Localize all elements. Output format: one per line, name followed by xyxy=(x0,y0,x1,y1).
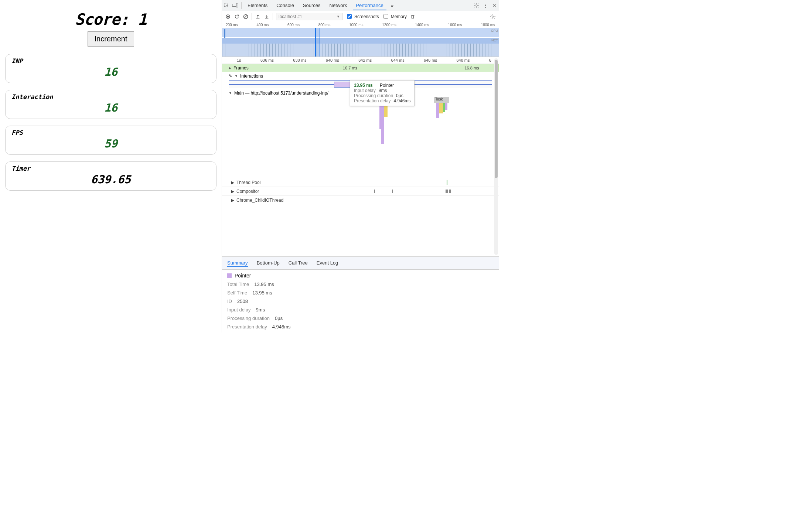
svg-line-21 xyxy=(491,14,492,15)
kebab-icon[interactable]: ⋮ xyxy=(482,3,488,8)
tab-sources[interactable]: Sources xyxy=(300,0,324,10)
ruler-tick: 1000 ms xyxy=(349,23,363,27)
collapse-icon[interactable]: ▼ xyxy=(235,74,238,78)
expand-icon[interactable]: ▶ xyxy=(231,189,234,194)
ruler-tick: 1600 ms xyxy=(448,23,462,27)
svg-rect-2 xyxy=(236,3,238,7)
summary-key: Presentation delay xyxy=(227,324,267,330)
memory-toggle[interactable]: Memory xyxy=(382,13,407,20)
metric-card-fps: FPS 59 xyxy=(5,126,216,155)
tab-bottomup[interactable]: Bottom-Up xyxy=(257,259,280,267)
frame-segment[interactable]: 16.7 ms xyxy=(255,64,445,72)
net-label: NET xyxy=(491,38,498,42)
tab-elements[interactable]: Elements xyxy=(245,0,270,10)
flame-event[interactable] xyxy=(436,103,439,118)
track-threadpool[interactable]: ▶ Thread Pool xyxy=(222,178,499,187)
inspect-icon[interactable] xyxy=(224,3,229,8)
record-icon[interactable] xyxy=(225,14,231,20)
flamechart[interactable]: 1s 636 ms 638 ms 640 ms 642 ms 644 ms 64… xyxy=(222,57,499,257)
metric-card-inp: INP 16 xyxy=(5,54,216,83)
tooltip-val: 9ms xyxy=(379,88,387,93)
perf-toolbar: localhost #1 ▼ Screenshots Memory xyxy=(222,11,499,22)
memory-label: Memory xyxy=(391,14,407,19)
frame-segment[interactable]: 16.8 ms xyxy=(445,64,499,72)
screenshots-checkbox[interactable] xyxy=(347,14,352,19)
ruler-tick: 400 ms xyxy=(257,23,269,27)
cpu-label: CPU xyxy=(491,29,498,33)
summary-key: Self Time xyxy=(227,290,247,296)
tooltip-val: 4.946ms xyxy=(393,98,410,103)
capture-settings-icon[interactable] xyxy=(490,14,496,20)
tab-network[interactable]: Network xyxy=(327,0,350,10)
metric-value: 639.65 xyxy=(11,173,210,186)
track-childio[interactable]: ▶ Chrome_ChildIOThread xyxy=(222,195,499,204)
overview-selection[interactable] xyxy=(315,28,320,57)
ruler-tick: 600 ms xyxy=(287,23,300,27)
summary-val: 2508 xyxy=(237,299,248,304)
summary-val: 4.946ms xyxy=(272,324,291,330)
expand-icon[interactable]: ▶ xyxy=(229,66,231,70)
ruler-tick: 1200 ms xyxy=(382,23,396,27)
flame-event[interactable] xyxy=(439,103,443,113)
gear-icon[interactable] xyxy=(474,3,480,8)
frame-duration: 16.7 ms xyxy=(343,66,357,70)
track-label: Chrome_ChildIOThread xyxy=(236,198,283,203)
recording-select-label: localhost #1 xyxy=(279,14,302,19)
upload-icon[interactable] xyxy=(255,14,261,20)
expand-icon[interactable]: ▶ xyxy=(231,198,234,203)
clear-icon[interactable] xyxy=(243,14,249,20)
svg-line-24 xyxy=(491,18,492,18)
expand-icon[interactable]: ▶ xyxy=(231,180,234,185)
metric-title: Timer xyxy=(11,165,210,172)
tooltip-time: 13.95 ms xyxy=(354,83,373,88)
increment-button[interactable]: Increment xyxy=(88,31,134,47)
metric-title: FPS xyxy=(11,129,210,136)
device-toolbar-icon[interactable] xyxy=(232,3,238,8)
recording-select[interactable]: localhost #1 ▼ xyxy=(276,13,342,20)
memory-checkbox[interactable] xyxy=(383,14,388,19)
collapse-icon[interactable]: ▼ xyxy=(229,91,232,95)
reload-record-icon[interactable] xyxy=(234,14,240,20)
perf-overview[interactable]: 200 ms 400 ms 600 ms 800 ms 1000 ms 1200… xyxy=(222,22,499,57)
screenshots-toggle[interactable]: Screenshots xyxy=(345,13,379,20)
tab-calltree[interactable]: Call Tree xyxy=(289,259,308,267)
svg-point-13 xyxy=(227,16,229,17)
metric-value: 16 xyxy=(11,101,210,114)
overflow-icon[interactable]: » xyxy=(389,3,395,8)
close-icon[interactable]: ✕ xyxy=(491,3,497,8)
task-block[interactable]: Task xyxy=(434,97,449,103)
track-label: Main — http://localhost:5173/understandi… xyxy=(234,91,328,96)
tab-summary[interactable]: Summary xyxy=(227,259,248,267)
ruler-tick: 200 ms xyxy=(226,23,238,27)
flame-event[interactable] xyxy=(445,103,447,110)
overview-ruler: 200 ms 400 ms 600 ms 800 ms 1000 ms 1200… xyxy=(222,22,499,28)
track-label: Interactions xyxy=(240,74,263,79)
download-icon[interactable] xyxy=(264,14,270,20)
ruler-tick: 636 ms xyxy=(260,58,274,62)
flamechart-ruler: 1s 636 ms 638 ms 640 ms 642 ms 644 ms 64… xyxy=(222,57,499,64)
svg-line-10 xyxy=(478,3,479,4)
track-interactions[interactable]: ✎ ▼ Interactions xyxy=(222,72,499,80)
scrollbar-thumb[interactable] xyxy=(495,60,498,178)
tooltip-kind: Pointer xyxy=(380,83,394,88)
vertical-scrollbar[interactable] xyxy=(494,58,498,255)
track-frames[interactable]: ▶ Frames 16.7 ms 16.8 ms xyxy=(222,64,499,72)
svg-line-23 xyxy=(494,14,495,15)
tab-console[interactable]: Console xyxy=(273,0,297,10)
tab-performance[interactable]: Performance xyxy=(353,0,386,10)
flame-event[interactable] xyxy=(381,129,384,144)
chevron-down-icon: ▼ xyxy=(337,15,340,18)
main-thread-area[interactable]: Task 13.95 ms Pointer Input delay9ms Pro… xyxy=(222,97,499,204)
tooltip-key: Input delay xyxy=(354,88,376,93)
summary-title: Pointer xyxy=(235,273,251,279)
tab-eventlog[interactable]: Event Log xyxy=(317,259,338,267)
metric-card-timer: Timer 639.65 xyxy=(5,161,216,191)
summary-key: Input delay xyxy=(227,307,251,313)
gc-icon[interactable] xyxy=(410,14,416,20)
summary-key: Total Time xyxy=(227,282,249,287)
track-compositor[interactable]: ▶ Compositor xyxy=(222,187,499,195)
summary-val: 13.95 ms xyxy=(252,290,272,296)
flame-event[interactable] xyxy=(379,103,384,129)
edit-icon[interactable]: ✎ xyxy=(229,74,232,79)
ruler-tick: 1800 ms xyxy=(481,23,495,27)
